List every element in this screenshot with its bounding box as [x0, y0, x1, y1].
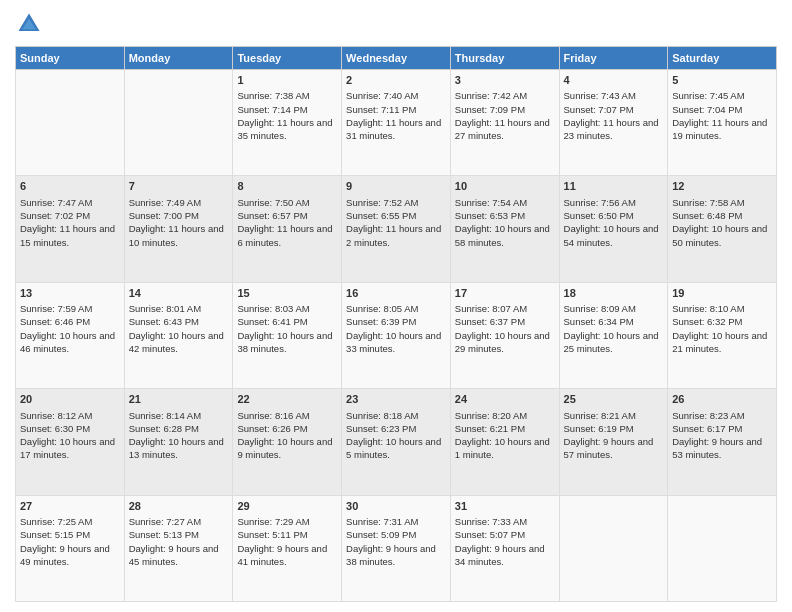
- sunrise-text: Sunrise: 7:56 AM: [564, 196, 664, 209]
- sunset-text: Sunset: 6:21 PM: [455, 422, 555, 435]
- calendar-cell: 28Sunrise: 7:27 AMSunset: 5:13 PMDayligh…: [124, 495, 233, 601]
- sunrise-text: Sunrise: 8:18 AM: [346, 409, 446, 422]
- sunrise-text: Sunrise: 8:20 AM: [455, 409, 555, 422]
- sunset-text: Sunset: 7:02 PM: [20, 209, 120, 222]
- sunset-text: Sunset: 6:19 PM: [564, 422, 664, 435]
- daylight-text: Daylight: 10 hours and 21 minutes.: [672, 329, 772, 356]
- daylight-text: Daylight: 10 hours and 42 minutes.: [129, 329, 229, 356]
- week-row-4: 20Sunrise: 8:12 AMSunset: 6:30 PMDayligh…: [16, 389, 777, 495]
- sunrise-text: Sunrise: 8:23 AM: [672, 409, 772, 422]
- header: [15, 10, 777, 38]
- daylight-text: Daylight: 10 hours and 29 minutes.: [455, 329, 555, 356]
- calendar-cell: [124, 70, 233, 176]
- sunrise-text: Sunrise: 8:05 AM: [346, 302, 446, 315]
- daylight-text: Daylight: 10 hours and 50 minutes.: [672, 222, 772, 249]
- calendar-cell: 26Sunrise: 8:23 AMSunset: 6:17 PMDayligh…: [668, 389, 777, 495]
- weekday-header-saturday: Saturday: [668, 47, 777, 70]
- sunset-text: Sunset: 5:15 PM: [20, 528, 120, 541]
- sunset-text: Sunset: 6:26 PM: [237, 422, 337, 435]
- day-number: 6: [20, 179, 120, 194]
- calendar-cell: 10Sunrise: 7:54 AMSunset: 6:53 PMDayligh…: [450, 176, 559, 282]
- calendar-cell: 25Sunrise: 8:21 AMSunset: 6:19 PMDayligh…: [559, 389, 668, 495]
- day-number: 9: [346, 179, 446, 194]
- daylight-text: Daylight: 10 hours and 38 minutes.: [237, 329, 337, 356]
- day-number: 14: [129, 286, 229, 301]
- calendar-cell: 15Sunrise: 8:03 AMSunset: 6:41 PMDayligh…: [233, 282, 342, 388]
- sunrise-text: Sunrise: 7:54 AM: [455, 196, 555, 209]
- calendar-cell: 29Sunrise: 7:29 AMSunset: 5:11 PMDayligh…: [233, 495, 342, 601]
- sunrise-text: Sunrise: 8:12 AM: [20, 409, 120, 422]
- day-number: 26: [672, 392, 772, 407]
- sunrise-text: Sunrise: 7:40 AM: [346, 89, 446, 102]
- day-number: 19: [672, 286, 772, 301]
- weekday-header-tuesday: Tuesday: [233, 47, 342, 70]
- daylight-text: Daylight: 10 hours and 5 minutes.: [346, 435, 446, 462]
- page: SundayMondayTuesdayWednesdayThursdayFrid…: [0, 0, 792, 612]
- sunrise-text: Sunrise: 7:58 AM: [672, 196, 772, 209]
- sunrise-text: Sunrise: 7:38 AM: [237, 89, 337, 102]
- day-number: 17: [455, 286, 555, 301]
- daylight-text: Daylight: 10 hours and 54 minutes.: [564, 222, 664, 249]
- calendar-cell: 20Sunrise: 8:12 AMSunset: 6:30 PMDayligh…: [16, 389, 125, 495]
- sunset-text: Sunset: 6:55 PM: [346, 209, 446, 222]
- calendar-cell: 6Sunrise: 7:47 AMSunset: 7:02 PMDaylight…: [16, 176, 125, 282]
- daylight-text: Daylight: 11 hours and 27 minutes.: [455, 116, 555, 143]
- daylight-text: Daylight: 10 hours and 58 minutes.: [455, 222, 555, 249]
- logo: [15, 10, 47, 38]
- calendar-cell: 1Sunrise: 7:38 AMSunset: 7:14 PMDaylight…: [233, 70, 342, 176]
- daylight-text: Daylight: 9 hours and 53 minutes.: [672, 435, 772, 462]
- daylight-text: Daylight: 9 hours and 57 minutes.: [564, 435, 664, 462]
- day-number: 4: [564, 73, 664, 88]
- sunset-text: Sunset: 5:13 PM: [129, 528, 229, 541]
- calendar-cell: 16Sunrise: 8:05 AMSunset: 6:39 PMDayligh…: [342, 282, 451, 388]
- daylight-text: Daylight: 9 hours and 41 minutes.: [237, 542, 337, 569]
- calendar-cell: 31Sunrise: 7:33 AMSunset: 5:07 PMDayligh…: [450, 495, 559, 601]
- sunset-text: Sunset: 6:41 PM: [237, 315, 337, 328]
- sunset-text: Sunset: 6:37 PM: [455, 315, 555, 328]
- weekday-header-monday: Monday: [124, 47, 233, 70]
- daylight-text: Daylight: 11 hours and 6 minutes.: [237, 222, 337, 249]
- sunrise-text: Sunrise: 8:09 AM: [564, 302, 664, 315]
- week-row-3: 13Sunrise: 7:59 AMSunset: 6:46 PMDayligh…: [16, 282, 777, 388]
- calendar-cell: [559, 495, 668, 601]
- sunset-text: Sunset: 6:34 PM: [564, 315, 664, 328]
- daylight-text: Daylight: 11 hours and 35 minutes.: [237, 116, 337, 143]
- sunrise-text: Sunrise: 8:01 AM: [129, 302, 229, 315]
- calendar-cell: 13Sunrise: 7:59 AMSunset: 6:46 PMDayligh…: [16, 282, 125, 388]
- day-number: 27: [20, 499, 120, 514]
- day-number: 3: [455, 73, 555, 88]
- sunset-text: Sunset: 6:43 PM: [129, 315, 229, 328]
- daylight-text: Daylight: 9 hours and 49 minutes.: [20, 542, 120, 569]
- daylight-text: Daylight: 11 hours and 31 minutes.: [346, 116, 446, 143]
- week-row-2: 6Sunrise: 7:47 AMSunset: 7:02 PMDaylight…: [16, 176, 777, 282]
- sunrise-text: Sunrise: 7:31 AM: [346, 515, 446, 528]
- week-row-1: 1Sunrise: 7:38 AMSunset: 7:14 PMDaylight…: [16, 70, 777, 176]
- sunset-text: Sunset: 7:14 PM: [237, 103, 337, 116]
- daylight-text: Daylight: 10 hours and 1 minute.: [455, 435, 555, 462]
- calendar-cell: 30Sunrise: 7:31 AMSunset: 5:09 PMDayligh…: [342, 495, 451, 601]
- daylight-text: Daylight: 11 hours and 15 minutes.: [20, 222, 120, 249]
- calendar-cell: 19Sunrise: 8:10 AMSunset: 6:32 PMDayligh…: [668, 282, 777, 388]
- calendar-cell: 18Sunrise: 8:09 AMSunset: 6:34 PMDayligh…: [559, 282, 668, 388]
- sunrise-text: Sunrise: 8:14 AM: [129, 409, 229, 422]
- weekday-header-wednesday: Wednesday: [342, 47, 451, 70]
- sunset-text: Sunset: 6:46 PM: [20, 315, 120, 328]
- daylight-text: Daylight: 11 hours and 23 minutes.: [564, 116, 664, 143]
- day-number: 7: [129, 179, 229, 194]
- sunrise-text: Sunrise: 7:29 AM: [237, 515, 337, 528]
- sunrise-text: Sunrise: 8:07 AM: [455, 302, 555, 315]
- sunrise-text: Sunrise: 8:03 AM: [237, 302, 337, 315]
- calendar-table: SundayMondayTuesdayWednesdayThursdayFrid…: [15, 46, 777, 602]
- sunset-text: Sunset: 6:28 PM: [129, 422, 229, 435]
- logo-icon: [15, 10, 43, 38]
- sunset-text: Sunset: 5:07 PM: [455, 528, 555, 541]
- sunrise-text: Sunrise: 7:27 AM: [129, 515, 229, 528]
- day-number: 24: [455, 392, 555, 407]
- day-number: 23: [346, 392, 446, 407]
- calendar-cell: [668, 495, 777, 601]
- sunset-text: Sunset: 6:57 PM: [237, 209, 337, 222]
- sunrise-text: Sunrise: 7:52 AM: [346, 196, 446, 209]
- weekday-header-friday: Friday: [559, 47, 668, 70]
- sunset-text: Sunset: 7:11 PM: [346, 103, 446, 116]
- week-row-5: 27Sunrise: 7:25 AMSunset: 5:15 PMDayligh…: [16, 495, 777, 601]
